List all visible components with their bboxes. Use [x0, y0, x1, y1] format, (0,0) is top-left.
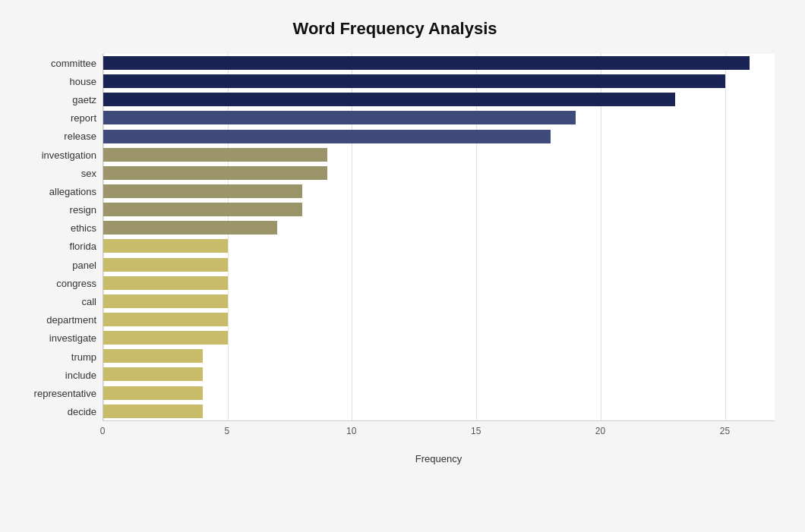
- bar: [103, 349, 203, 363]
- chart-title: Word Frequency Analysis: [15, 15, 775, 39]
- bar-row: [103, 311, 775, 328]
- bar: [103, 331, 228, 345]
- x-tick: 20: [595, 426, 605, 436]
- bar: [103, 239, 228, 253]
- y-label: department: [15, 315, 96, 325]
- chart-container: Word Frequency Analysis committeehousega…: [0, 0, 805, 532]
- bar: [103, 166, 327, 180]
- bar-row: [103, 275, 775, 291]
- x-tick: 25: [720, 426, 730, 436]
- bar-row: [103, 329, 775, 346]
- bar: [103, 74, 725, 88]
- bar: [103, 111, 576, 124]
- bar-row: [103, 201, 775, 218]
- y-label: report: [15, 113, 96, 123]
- bar-row: [103, 257, 775, 273]
- bar-row: [103, 146, 775, 163]
- bar: [103, 221, 277, 235]
- x-axis: 0510152025: [103, 421, 775, 436]
- y-label: congress: [15, 279, 96, 288]
- y-label: include: [15, 370, 96, 380]
- bar-row: [103, 238, 775, 254]
- bar: [103, 276, 228, 290]
- x-tick: 5: [225, 426, 230, 436]
- y-label: panel: [15, 260, 96, 270]
- bar-row: [103, 366, 775, 382]
- y-label: investigation: [15, 150, 96, 160]
- y-label: decide: [15, 407, 96, 417]
- bar: [103, 130, 551, 143]
- y-label: trump: [15, 352, 96, 362]
- y-label: florida: [15, 241, 96, 251]
- y-label: release: [15, 131, 96, 141]
- y-label: representative: [15, 389, 96, 398]
- bar: [103, 148, 327, 162]
- y-label: allegations: [15, 187, 96, 197]
- bar-row: [103, 183, 775, 200]
- bars-and-grid: [103, 54, 775, 421]
- bar: [103, 203, 302, 216]
- bars-section: committeehousegaetzreportreleaseinvestig…: [15, 54, 775, 421]
- x-tick: 0: [100, 426, 106, 436]
- x-axis-label: Frequency: [103, 453, 775, 464]
- bar-row: [103, 293, 775, 310]
- y-label: investigate: [15, 333, 96, 343]
- bar: [103, 313, 228, 326]
- y-label: house: [15, 77, 96, 87]
- bar-row: [103, 403, 775, 420]
- y-label: call: [15, 297, 96, 307]
- y-label: committee: [15, 58, 96, 68]
- x-tick: 15: [471, 426, 481, 436]
- bar: [103, 93, 675, 106]
- bar-row: [103, 109, 775, 126]
- bar-row: [103, 219, 775, 236]
- bar-row: [103, 73, 775, 90]
- y-label: sex: [15, 168, 96, 178]
- x-tick: 10: [346, 426, 356, 436]
- chart-area: committeehousegaetzreportreleaseinvestig…: [15, 54, 775, 464]
- bar: [103, 56, 750, 70]
- bar: [103, 184, 302, 198]
- bar: [103, 294, 228, 308]
- bar: [103, 386, 203, 400]
- bar-row: [103, 385, 775, 401]
- bar: [103, 367, 203, 381]
- bar-row: [103, 348, 775, 364]
- bar-row: [103, 55, 775, 71]
- y-label: resign: [15, 205, 96, 215]
- bar-row: [103, 165, 775, 181]
- bar-row: [103, 128, 775, 145]
- bar: [103, 258, 228, 272]
- y-label: ethics: [15, 223, 96, 233]
- y-label: gaetz: [15, 95, 96, 105]
- y-labels: committeehousegaetzreportreleaseinvestig…: [15, 54, 103, 421]
- bar: [103, 405, 203, 418]
- bar-row: [103, 91, 775, 108]
